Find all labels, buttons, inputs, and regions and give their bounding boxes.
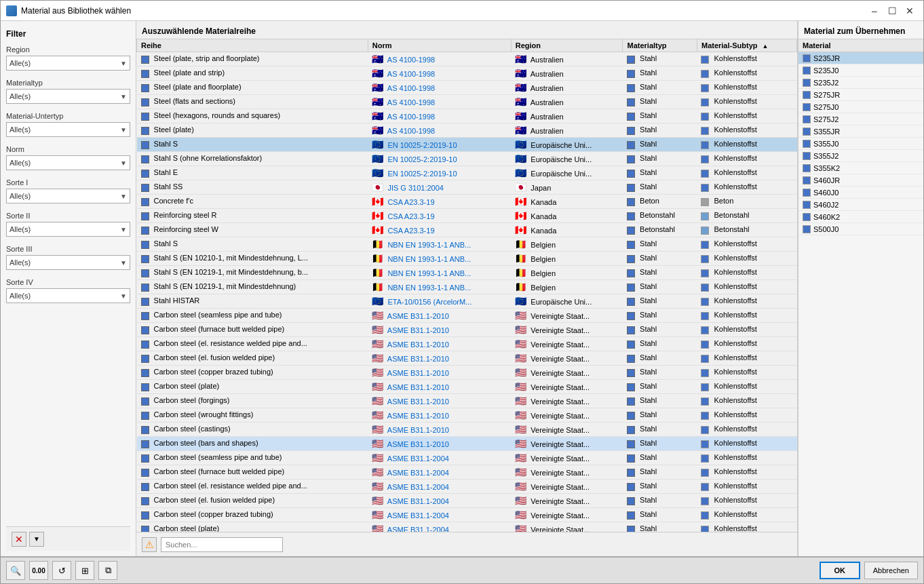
table-row[interactable]: Steel (plate and floorplate) 🇦🇺 AS 4100-… [137,81,797,95]
filter-sorte3-select[interactable]: Alle(s) ▼ [6,255,130,270]
table-row[interactable]: Carbon steel (plate) 🇺🇸 ASME B31.1-2004 … [137,522,797,532]
col-region[interactable]: Region [511,39,623,52]
cell-region: 🇺🇸 Vereinigte Staat... [511,380,623,394]
filter-materialtyp-select[interactable]: Alle(s) ▼ [6,89,130,104]
table-row[interactable]: Reinforcing steel R 🇨🇦 CSA A23.3-19 🇨🇦 K… [137,209,797,223]
detail-item[interactable]: S235J0 [798,64,923,77]
detail-color-box [803,91,811,99]
detail-item[interactable]: S460K2 [798,211,923,223]
cell-materialtyp: Stahl [623,508,697,522]
cell-materialtyp: Stahl [623,480,697,494]
search-input[interactable] [161,537,283,552]
detail-item[interactable]: S235JR [798,52,923,64]
detail-item[interactable]: S355J2 [798,150,923,162]
cancel-button[interactable]: Abbrechen [864,562,918,579]
table-row[interactable]: Carbon steel (el. resistance welded pipe… [137,480,797,494]
detail-item[interactable]: S275J0 [798,101,923,113]
filter-region-group: Region Alle(s) ▼ [6,45,130,71]
cell-region: 🇨🇦 Kanada [511,209,623,223]
table-row[interactable]: Carbon steel (seamless pipe and tube) 🇺🇸… [137,309,797,323]
cell-norm: 🇺🇸 ASME B31.1-2010 [368,380,511,394]
cell-norm: 🇺🇸 ASME B31.1-2004 [368,508,511,522]
table-row[interactable]: Stahl HISTAR 🇪🇺 ETA-10/0156 (ArcelorM...… [137,294,797,309]
detail-item[interactable]: S275J2 [798,113,923,125]
minimize-button[interactable]: – [866,4,883,18]
taskbar-value-button[interactable]: 0.00 [29,561,48,580]
detail-item[interactable]: S275JR [798,89,923,101]
cell-region: 🇦🇺 Australien [511,109,623,123]
ok-button[interactable]: OK [820,562,860,579]
table-row[interactable]: Stahl E 🇪🇺 EN 10025-2:2019-10 🇪🇺 Europäi… [137,166,797,180]
material-table-container[interactable]: Reihe Norm Region Materialtyp Material-S… [136,39,797,532]
table-row[interactable]: Steel (hexagons, rounds and squares) 🇦🇺 … [137,109,797,123]
table-row[interactable]: Carbon steel (furnace butt welded pipe) … [137,465,797,480]
taskbar-bookmark-button[interactable]: ⊞ [75,561,94,580]
close-button[interactable]: ✕ [902,4,918,18]
filter-materialtyp-group: Materialtyp Alle(s) ▼ [6,79,130,104]
table-row[interactable]: Carbon steel (el. fusion welded pipe) 🇺🇸… [137,494,797,508]
cell-reihe: Steel (hexagons, rounds and squares) [137,109,368,123]
taskbar-reload-button[interactable]: ↺ [52,561,71,580]
filter-untertyp-select[interactable]: Alle(s) ▼ [6,122,130,137]
warning-button[interactable]: ⚠ [142,537,157,552]
detail-item[interactable]: S500J0 [798,223,923,235]
cell-region: 🇺🇸 Vereinigte Staat... [511,408,623,423]
detail-item[interactable]: S460JR [798,174,923,187]
detail-item[interactable]: S355J0 [798,138,923,150]
filter-options-icon: ▼ [33,535,40,543]
filter-sorte2-select[interactable]: Alle(s) ▼ [6,222,130,237]
table-row[interactable]: Carbon steel (castings) 🇺🇸 ASME B31.1-20… [137,423,797,437]
col-subtyp[interactable]: Material-Subtyp ▲ [697,39,796,52]
cell-subtyp: Kohlenstoffst [697,522,796,532]
table-row[interactable]: Stahl SS 🇯🇵 JIS G 3101:2004 🇯🇵 Japan Sta… [137,180,797,195]
taskbar-search-button[interactable]: 🔍 [6,561,25,580]
filter-region-select[interactable]: Alle(s) ▼ [6,56,130,71]
detail-item[interactable]: S460J2 [798,199,923,211]
detail-items-container[interactable]: S235JR S235J0 S235J2 S275JR S275J0 S275J… [798,52,923,556]
table-row[interactable]: Carbon steel (wrought fittings) 🇺🇸 ASME … [137,408,797,423]
col-reihe[interactable]: Reihe [137,39,368,52]
cell-region: 🇦🇺 Australien [511,81,623,95]
filter-panel: Filter Region Alle(s) ▼ Materialtyp Alle… [1,21,136,556]
table-row[interactable]: Stahl S 🇧🇪 NBN EN 1993-1-1 ANB... 🇧🇪 Bel… [137,237,797,252]
table-row[interactable]: Steel (plate and strip) 🇦🇺 AS 4100-1998 … [137,66,797,81]
table-row[interactable]: Stahl S 🇪🇺 EN 10025-2:2019-10 🇪🇺 Europäi… [137,138,797,152]
detail-color-box [803,128,811,136]
table-row[interactable]: Carbon steel (el. resistance welded pipe… [137,337,797,351]
detail-item[interactable]: S235J2 [798,77,923,89]
table-row[interactable]: Carbon steel (copper brazed tubing) 🇺🇸 A… [137,366,797,380]
table-row[interactable]: Steel (flats and sections) 🇦🇺 AS 4100-19… [137,95,797,109]
cell-reihe: Stahl S (ohne Korrelationsfaktor) [137,152,368,166]
filter-sorte4-select[interactable]: Alle(s) ▼ [6,288,130,303]
table-row[interactable]: Carbon steel (el. fusion welded pipe) 🇺🇸… [137,351,797,366]
table-row[interactable]: Steel (plate, strip and floorplate) 🇦🇺 A… [137,52,797,66]
table-row[interactable]: Stahl S (ohne Korrelationsfaktor) 🇪🇺 EN … [137,152,797,166]
table-row[interactable]: Carbon steel (forgings) 🇺🇸 ASME B31.1-20… [137,394,797,408]
table-row[interactable]: Reinforcing steel W 🇨🇦 CSA A23.3-19 🇨🇦 K… [137,223,797,237]
table-row[interactable]: Stahl S (EN 10219-1, mit Mindestdehnung,… [137,266,797,280]
delete-filter-button[interactable]: ✕ [12,532,26,547]
table-row[interactable]: Carbon steel (copper brazed tubing) 🇺🇸 A… [137,508,797,522]
taskbar-copy-button[interactable]: ⧉ [98,561,117,580]
col-norm[interactable]: Norm [368,39,511,52]
taskbar-right: OK Abbrechen [820,562,918,579]
maximize-button[interactable]: ☐ [884,4,900,18]
filter-norm-select[interactable]: Alle(s) ▼ [6,155,130,170]
cell-reihe: Stahl HISTAR [137,294,368,309]
filter-options-button[interactable]: ▼ [29,532,44,547]
detail-item[interactable]: S460J0 [798,187,923,199]
table-row[interactable]: Stahl S (EN 10219-1, mit Mindestdehnung)… [137,280,797,294]
table-row[interactable]: Stahl S (EN 10210-1, mit Mindestdehnung,… [137,252,797,266]
table-row[interactable]: Concrete f'c 🇨🇦 CSA A23.3-19 🇨🇦 Kanada B… [137,195,797,209]
filter-sorte1-select[interactable]: Alle(s) ▼ [6,189,130,203]
table-row[interactable]: Carbon steel (seamless pipe and tube) 🇺🇸… [137,451,797,465]
material-list-panel: Auszuwählende Materialreihe Reihe Norm R… [136,21,798,556]
cell-subtyp: Kohlenstoffst [697,351,796,366]
table-row[interactable]: Carbon steel (furnace butt welded pipe) … [137,323,797,337]
table-row[interactable]: Carbon steel (plate) 🇺🇸 ASME B31.1-2010 … [137,380,797,394]
col-materialtyp[interactable]: Materialtyp [623,39,697,52]
table-row[interactable]: Steel (plate) 🇦🇺 AS 4100-1998 🇦🇺 Austral… [137,123,797,138]
table-row[interactable]: Carbon steel (bars and shapes) 🇺🇸 ASME B… [137,437,797,451]
detail-item[interactable]: S355K2 [798,162,923,174]
detail-item[interactable]: S355JR [798,125,923,138]
